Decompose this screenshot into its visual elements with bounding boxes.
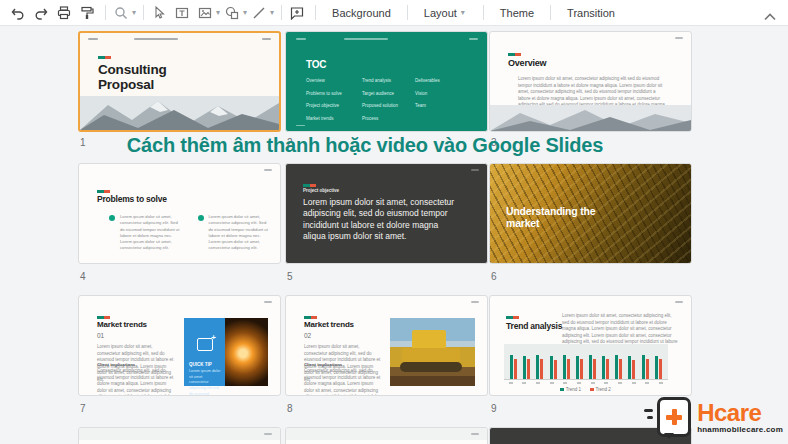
chart-bar xyxy=(576,356,579,379)
slide-thumbnail-3[interactable]: Overview Lorem ipsum dolor sit amet, con… xyxy=(489,31,692,132)
quick-tip-panel: QUICK TIP Lorem ipsum dolor sit amet con… xyxy=(184,318,225,386)
comment-icon[interactable] xyxy=(287,4,307,22)
shape-icon[interactable] xyxy=(222,4,242,22)
line-icon[interactable] xyxy=(249,4,269,22)
slide-header-mark xyxy=(344,38,388,40)
chart-bar xyxy=(642,355,645,379)
hide-menus-chevron-icon[interactable] xyxy=(764,7,776,25)
trend-chart xyxy=(504,344,668,380)
toc-column: Trend analysisTarget audienceProposed so… xyxy=(362,79,417,129)
chart-bar xyxy=(646,359,649,379)
x-tick xyxy=(577,382,581,384)
slide-header-mark xyxy=(469,38,478,40)
slide-header-mark xyxy=(264,169,272,171)
chart-bar xyxy=(655,356,658,379)
bullet-item: Lorem ipsum dolor sit amet, consectetur … xyxy=(198,262,273,264)
slide-subheading: Client implications xyxy=(304,362,342,367)
accent-dash xyxy=(303,184,316,187)
slide-header-mark xyxy=(471,433,479,435)
bullet-text: Lorem ipsum dolor sit amet, consectetur … xyxy=(120,214,184,252)
slide-thumbnail-7[interactable]: Market trends 01 Lorem ipsum dolor sit a… xyxy=(78,295,281,396)
chart-bar xyxy=(593,359,596,379)
slide-number: 8 xyxy=(287,403,293,414)
watermark-site: hnammobilecare.com xyxy=(697,426,783,434)
mountain-image xyxy=(80,96,279,130)
slide-subheading: Client implications xyxy=(97,362,135,367)
chart-bar xyxy=(628,356,631,379)
shape-caret-icon[interactable]: ▾ xyxy=(243,8,247,17)
chart-bar xyxy=(540,359,543,379)
bulldozer-image xyxy=(390,318,475,386)
slide-thumbnail-6[interactable]: Understanding the market xyxy=(489,163,692,264)
line-caret-icon[interactable]: ▾ xyxy=(270,8,274,17)
x-tick xyxy=(618,382,622,384)
x-tick xyxy=(659,382,663,384)
slide-body-2: Consectetur adipiscing elit, sed do eius… xyxy=(304,368,384,396)
mountain-image xyxy=(490,105,691,131)
x-tick xyxy=(563,382,567,384)
chart-bar xyxy=(563,355,566,379)
theme-button[interactable]: Theme xyxy=(489,0,545,25)
accent-dash xyxy=(506,316,519,319)
slide-thumbnail-5[interactable]: Project objective Lorem ipsum dolor sit … xyxy=(285,163,488,264)
background-button[interactable]: Background xyxy=(321,0,402,25)
toolbar-separator xyxy=(550,5,551,20)
layout-button[interactable]: Layout▾ xyxy=(413,0,478,25)
chart-bar xyxy=(554,360,557,379)
image-caret-icon[interactable]: ▾ xyxy=(216,8,220,17)
slide-number: 7 xyxy=(80,403,86,414)
toc-item: Proposed solution xyxy=(362,104,417,109)
add-image-icon xyxy=(197,338,213,351)
redo-icon[interactable] xyxy=(31,4,51,22)
problems-grid: Lorem ipsum dolor sit amet, consectetur … xyxy=(109,214,272,264)
toc-item: Process xyxy=(362,117,417,122)
bar-group xyxy=(615,344,622,379)
slide-thumbnail-10[interactable] xyxy=(78,427,281,444)
bar-group xyxy=(589,344,596,379)
chart-bar xyxy=(550,356,553,379)
slide-thumbnail-11[interactable] xyxy=(285,427,488,444)
slide-header-strip xyxy=(79,428,280,440)
layout-caret-icon: ▾ xyxy=(461,8,465,17)
chart-bar xyxy=(567,359,570,379)
chart-bar xyxy=(580,359,583,379)
layout-button-label: Layout xyxy=(424,7,457,19)
bar-group xyxy=(536,344,543,379)
bar-group xyxy=(655,344,662,379)
insert-image-icon[interactable] xyxy=(195,4,215,22)
chart-bar xyxy=(619,359,622,379)
bar-group xyxy=(523,344,530,379)
accent-dash xyxy=(508,53,521,56)
undo-icon[interactable] xyxy=(8,4,28,22)
slide-header-mark xyxy=(264,301,272,303)
transition-button[interactable]: Transition xyxy=(556,0,626,25)
text-box-icon[interactable] xyxy=(172,4,192,22)
zoom-caret-icon[interactable]: ▾ xyxy=(132,8,136,17)
slide-thumbnail-9[interactable]: Trend analysis Lorem ipsum dolor sit ame… xyxy=(489,295,692,396)
bar-group xyxy=(563,344,570,379)
legend-swatch xyxy=(560,388,564,392)
toc-item: Target audience xyxy=(362,92,417,97)
bar-group xyxy=(628,344,635,379)
welding-sparks-image xyxy=(225,318,268,386)
bullet-text: Lorem ipsum dolor sit amet, consectetur … xyxy=(209,214,273,252)
slide-title: Problems to solve xyxy=(97,195,167,205)
slide-header-strip xyxy=(286,428,487,440)
slide-thumbnail-8[interactable]: Market trends 02 Lorem ipsum dolor sit a… xyxy=(285,295,488,396)
toolbar-separator xyxy=(483,5,484,20)
print-icon[interactable] xyxy=(54,4,74,22)
chart-bar xyxy=(514,359,517,379)
bullet-dot-icon xyxy=(198,215,204,221)
paint-format-icon[interactable] xyxy=(77,4,97,22)
bullet-text: Lorem ipsum dolor sit amet, consectetur … xyxy=(120,262,184,264)
select-cursor-icon[interactable] xyxy=(149,4,169,22)
slide-thumbnail-2[interactable]: TOC OverviewProblems to solveProject obj… xyxy=(285,31,488,132)
trend-chart-xticks xyxy=(504,382,668,384)
zoom-icon[interactable] xyxy=(111,4,131,22)
slide-thumbnail-4[interactable]: Problems to solve Lorem ipsum dolor sit … xyxy=(78,163,281,264)
slide-header-mark xyxy=(134,38,178,40)
bullet-item: Lorem ipsum dolor sit amet, consectetur … xyxy=(109,262,184,264)
slide-number: 4 xyxy=(80,271,86,282)
toc-item: Vision xyxy=(415,92,470,97)
slide-thumbnail-1[interactable]: Consulting Proposal Lorem ipsum dolor si… xyxy=(78,31,281,132)
